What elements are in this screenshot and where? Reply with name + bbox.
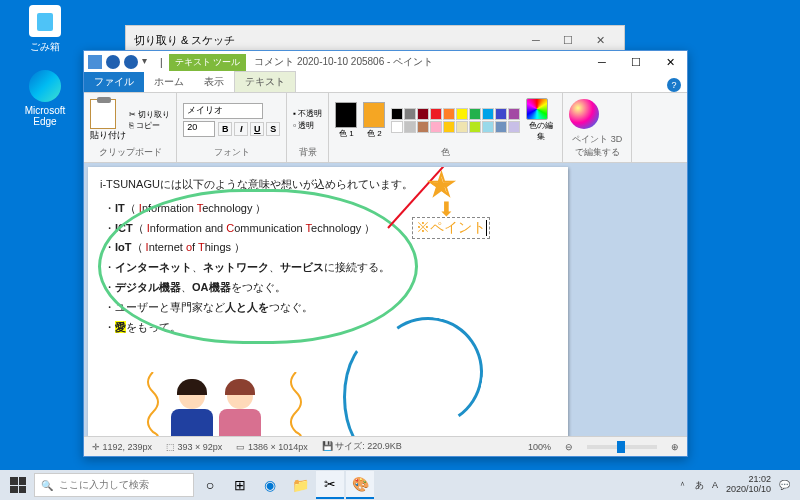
maximize-button[interactable]: ☐	[552, 34, 584, 47]
paste-icon[interactable]	[90, 99, 116, 129]
zoom-out-button[interactable]: ⊖	[565, 442, 573, 452]
palette-swatch[interactable]	[469, 121, 481, 133]
transparent-button[interactable]: ▫ 透明	[293, 120, 322, 132]
color1-button[interactable]	[335, 102, 357, 128]
strike-button[interactable]: S	[266, 122, 280, 136]
selection-size: ⬚ 393 × 92px	[166, 442, 222, 452]
palette-swatch[interactable]	[391, 121, 403, 133]
font-select[interactable]: メイリオ	[183, 103, 263, 119]
font-size-select[interactable]: 20	[183, 121, 215, 137]
tab-file[interactable]: ファイル	[84, 72, 144, 92]
task-view-icon[interactable]: ⊞	[226, 471, 254, 499]
help-icon[interactable]: ?	[667, 78, 681, 92]
search-box[interactable]: 🔍 ここに入力して検索	[34, 473, 194, 497]
qat-dropdown-icon[interactable]: ▾	[142, 55, 156, 69]
paint3d-icon[interactable]	[569, 99, 599, 129]
canvas-size: ▭ 1386 × 1014px	[236, 442, 307, 452]
palette-swatch[interactable]	[417, 108, 429, 120]
snip-title: 切り取り & スケッチ	[134, 33, 235, 48]
palette-swatch[interactable]	[508, 121, 520, 133]
palette-swatch[interactable]	[430, 121, 442, 133]
ribbon: 貼り付け ✂ 切り取り ⎘ コピー クリップボード メイリオ 20 B I U	[84, 93, 687, 163]
active-textbox[interactable]: ※ペイント	[412, 217, 490, 239]
taskbar: 🔍 ここに入力して検索 ○ ⊞ ◉ 📁 ✂ 🎨 ＾ あ A 21:022020/…	[0, 470, 800, 500]
zoom-slider[interactable]	[587, 445, 657, 449]
canvas[interactable]: i-TSUNAGUには以下のような意味や想いが込められています。 ・IT（ In…	[88, 167, 568, 436]
edge-shortcut[interactable]: Microsoft Edge	[15, 70, 75, 127]
system-tray[interactable]: ＾ あ A 21:022020/10/10 💬	[672, 475, 796, 495]
cut-button[interactable]: ✂ 切り取り	[129, 109, 170, 120]
palette-swatch[interactable]	[443, 108, 455, 120]
clock[interactable]: 21:022020/10/10	[726, 475, 771, 495]
tab-view[interactable]: 表示	[194, 72, 234, 92]
people-illustration	[168, 367, 278, 436]
palette-swatch[interactable]	[443, 121, 455, 133]
palette-swatch[interactable]	[404, 121, 416, 133]
window-title: コメント 2020-10-10 205806 - ペイント	[254, 55, 585, 69]
ime-icon[interactable]: あ	[695, 479, 704, 492]
save-icon[interactable]	[88, 55, 102, 69]
file-size: 💾 サイズ: 220.9KB	[322, 440, 402, 453]
palette-swatch[interactable]	[404, 108, 416, 120]
minimize-button[interactable]: ─	[520, 34, 552, 46]
undo-icon[interactable]	[106, 55, 120, 69]
cortana-icon[interactable]: ○	[196, 471, 224, 499]
close-button[interactable]: ✕	[653, 51, 687, 73]
notifications-icon[interactable]: 💬	[779, 480, 790, 490]
opaque-button[interactable]: ▪ 不透明	[293, 108, 322, 120]
italic-button[interactable]: I	[234, 122, 248, 136]
text-tools-tab: テキスト ツール	[169, 54, 247, 71]
copy-button[interactable]: ⎘ コピー	[129, 120, 170, 131]
ribbon-tabs: ファイル ホーム 表示 テキスト ?	[84, 73, 687, 93]
maximize-button[interactable]: ☐	[619, 51, 653, 73]
start-button[interactable]	[4, 471, 32, 499]
palette-swatch[interactable]	[482, 121, 494, 133]
palette-swatch[interactable]	[456, 108, 468, 120]
cursor-pos: ✛ 1192, 239px	[92, 442, 152, 452]
qat-separator: |	[160, 57, 163, 68]
paint-taskbar-icon[interactable]: 🎨	[346, 471, 374, 499]
palette-swatch[interactable]	[469, 108, 481, 120]
zoom-level: 100%	[528, 442, 551, 452]
palette-swatch[interactable]	[495, 121, 507, 133]
tray-chevron-icon[interactable]: ＾	[678, 479, 687, 492]
document-text: i-TSUNAGUには以下のような意味や想いが込められています。 ・IT（ In…	[88, 167, 568, 345]
palette-swatch[interactable]	[391, 108, 403, 120]
redo-icon[interactable]	[124, 55, 138, 69]
squiggle-annotation	[286, 372, 306, 436]
palette-swatch[interactable]	[456, 121, 468, 133]
palette-swatch[interactable]	[482, 108, 494, 120]
ime-mode-icon[interactable]: A	[712, 480, 718, 490]
title-bar[interactable]: ▾ | テキスト ツール コメント 2020-10-10 205806 - ペイ…	[84, 51, 687, 73]
explorer-icon[interactable]: 📁	[286, 471, 314, 499]
palette-swatch[interactable]	[495, 108, 507, 120]
tab-text[interactable]: テキスト	[234, 71, 296, 92]
minimize-button[interactable]: ─	[585, 51, 619, 73]
zoom-in-button[interactable]: ⊕	[671, 442, 679, 452]
color-palette[interactable]	[391, 108, 520, 133]
palette-swatch[interactable]	[508, 108, 520, 120]
squiggle-annotation	[143, 372, 163, 436]
bold-button[interactable]: B	[218, 122, 232, 136]
edit-colors-icon[interactable]	[526, 98, 548, 120]
recycle-bin[interactable]: ごみ箱	[15, 5, 75, 54]
palette-swatch[interactable]	[417, 121, 429, 133]
paint-window: ▾ | テキスト ツール コメント 2020-10-10 205806 - ペイ…	[83, 50, 688, 457]
tab-home[interactable]: ホーム	[144, 72, 194, 92]
canvas-area: i-TSUNAGUには以下のような意味や想いが込められています。 ・IT（ In…	[84, 163, 687, 436]
close-button[interactable]: ✕	[584, 34, 616, 47]
color2-button[interactable]	[363, 102, 385, 128]
status-bar: ✛ 1192, 239px ⬚ 393 × 92px ▭ 1386 × 1014…	[84, 436, 687, 456]
edge-taskbar-icon[interactable]: ◉	[256, 471, 284, 499]
palette-swatch[interactable]	[430, 108, 442, 120]
snip-taskbar-icon[interactable]: ✂	[316, 471, 344, 499]
underline-button[interactable]: U	[250, 122, 264, 136]
